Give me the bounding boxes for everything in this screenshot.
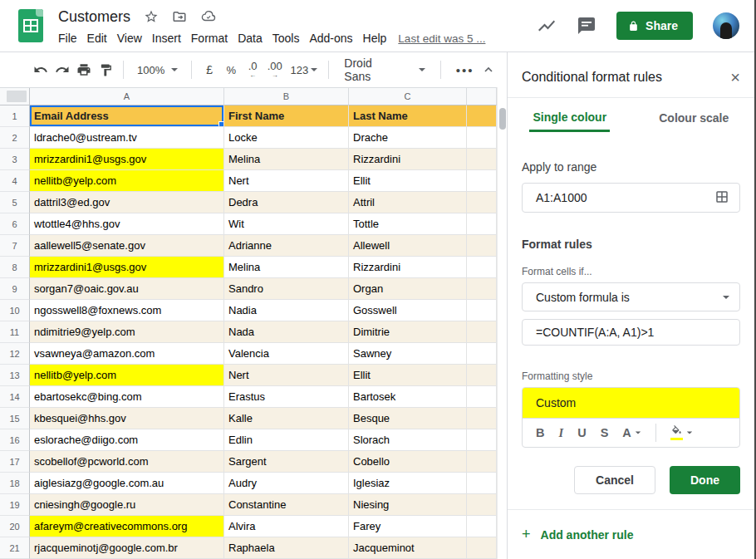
cell-B8[interactable]: Melina [224, 257, 349, 278]
cell-partial[interactable] [467, 494, 497, 516]
cell-partial[interactable] [467, 278, 497, 300]
row-number[interactable]: 16 [0, 429, 30, 451]
cloud-saved-icon[interactable] [200, 9, 217, 24]
cell-C1[interactable]: Last Name [349, 105, 467, 127]
row-number[interactable]: 21 [0, 537, 30, 559]
cell-partial[interactable] [467, 213, 497, 235]
row-number[interactable]: 14 [0, 386, 30, 408]
cell-A20[interactable]: afareym@creativecommons.org [30, 516, 224, 537]
cell-B14[interactable]: Erastus [224, 386, 349, 408]
account-avatar[interactable] [713, 12, 739, 39]
share-button[interactable]: Share [616, 12, 693, 40]
more-formats-button[interactable]: 123 [286, 58, 322, 81]
close-icon[interactable]: × [730, 71, 740, 83]
cell-A9[interactable]: sorgan7@oaic.gov.au [30, 278, 224, 300]
row-number[interactable]: 8 [0, 257, 30, 278]
cell-A7[interactable]: aallewell5@senate.gov [30, 235, 224, 257]
cell-C11[interactable]: Dimitrie [349, 321, 467, 343]
cell-C14[interactable]: Bartosek [349, 386, 467, 408]
sheets-logo-icon[interactable] [18, 9, 43, 42]
cell-C15[interactable]: Besque [349, 408, 467, 429]
add-another-rule-button[interactable]: + Add another rule [522, 526, 742, 543]
row-number[interactable]: 5 [0, 192, 30, 213]
underline-button[interactable]: U [577, 426, 586, 439]
cell-partial[interactable] [467, 192, 497, 213]
cell-A13[interactable]: nellitb@yelp.com [30, 365, 224, 386]
row-number[interactable]: 4 [0, 170, 30, 192]
row-number[interactable]: 13 [0, 365, 30, 386]
column-header-A[interactable]: A [30, 88, 224, 105]
undo-icon[interactable] [30, 58, 52, 81]
decrease-decimal-button[interactable]: .0← [242, 58, 263, 81]
cell-partial[interactable] [467, 127, 497, 149]
row-number[interactable]: 2 [0, 127, 30, 149]
column-header-C[interactable]: C [349, 88, 467, 105]
cell-partial[interactable] [467, 343, 497, 365]
cell-C18[interactable]: Iglesiaz [349, 473, 467, 494]
cell-C9[interactable]: Organ [349, 278, 467, 300]
cell-partial[interactable] [467, 429, 497, 451]
cell-partial[interactable] [467, 516, 497, 537]
cell-B1[interactable]: First Name [224, 105, 349, 127]
menu-file[interactable]: File [58, 30, 82, 47]
cell-A16[interactable]: eslorache@diigo.com [30, 429, 224, 451]
menu-add-ons[interactable]: Add-ons [304, 30, 357, 47]
cell-A14[interactable]: ebartosekc@bing.com [30, 386, 224, 408]
formula-input[interactable]: =COUNTIF(A:A, A1)>1 [522, 319, 740, 346]
last-edit-status[interactable]: Last edit was 5 ... [398, 32, 485, 45]
cell-C20[interactable]: Farey [349, 516, 467, 537]
cell-partial[interactable] [467, 149, 497, 170]
menu-edit[interactable]: Edit [82, 30, 112, 47]
cell-partial[interactable] [467, 365, 497, 386]
cell-A11[interactable]: ndimitrie9@yelp.com [30, 321, 224, 343]
row-number[interactable]: 6 [0, 213, 30, 235]
cell-partial[interactable] [467, 170, 497, 192]
zoom-control[interactable]: 100% [130, 64, 184, 76]
paint-format-icon[interactable] [95, 58, 116, 81]
column-header-partial[interactable] [467, 88, 497, 105]
row-number[interactable]: 15 [0, 408, 30, 429]
cell-partial[interactable] [467, 257, 497, 278]
cell-B4[interactable]: Nert [224, 170, 349, 192]
cell-C3[interactable]: Rizzardini [349, 149, 467, 170]
cell-A19[interactable]: cniesingh@google.ru [30, 494, 224, 516]
strikethrough-button[interactable]: S [601, 426, 609, 439]
cell-B21[interactable]: Raphaela [224, 537, 349, 559]
italic-button[interactable]: I [558, 426, 563, 440]
vertical-scrollbar[interactable] [497, 87, 507, 559]
cell-C12[interactable]: Sawney [349, 343, 467, 365]
collapse-toolbar-icon[interactable] [482, 63, 495, 76]
column-header-B[interactable]: B [224, 88, 349, 105]
cell-B15[interactable]: Kalle [224, 408, 349, 429]
cell-A21[interactable]: rjacqueminotj@google.com.br [30, 537, 224, 559]
cell-B13[interactable]: Nert [224, 365, 349, 386]
range-input[interactable]: A1:A1000 [522, 183, 740, 213]
format-percent-button[interactable]: % [220, 58, 242, 81]
row-number[interactable]: 17 [0, 451, 30, 473]
tab-single-colour[interactable]: Single colour [508, 98, 632, 139]
menu-tools[interactable]: Tools [268, 30, 305, 47]
cell-B2[interactable]: Locke [224, 127, 349, 149]
cell-partial[interactable] [467, 386, 497, 408]
text-color-button[interactable]: A [622, 426, 641, 439]
cell-A10[interactable]: ngosswell8@foxnews.com [30, 300, 224, 321]
cell-C13[interactable]: Ellit [349, 365, 467, 386]
cell-partial[interactable] [467, 451, 497, 473]
cell-B9[interactable]: Sandro [224, 278, 349, 300]
menu-data[interactable]: Data [233, 30, 268, 47]
row-number[interactable]: 1 [0, 105, 30, 127]
fill-handle[interactable] [218, 121, 224, 127]
cell-B5[interactable]: Dedra [224, 192, 349, 213]
more-tools-button[interactable]: ••• [448, 58, 482, 81]
done-button[interactable]: Done [670, 466, 740, 494]
cell-B7[interactable]: Adrianne [224, 235, 349, 257]
cell-C2[interactable]: Drache [349, 127, 467, 149]
redo-icon[interactable] [52, 58, 73, 81]
format-currency-button[interactable]: £ [199, 58, 220, 81]
cell-A3[interactable]: mrizzardini1@usgs.gov [30, 149, 224, 170]
cell-B19[interactable]: Constantine [224, 494, 349, 516]
row-number[interactable]: 11 [0, 321, 30, 343]
menu-insert[interactable]: Insert [147, 30, 186, 47]
cell-A17[interactable]: scobellof@pcworld.com [30, 451, 224, 473]
cell-C4[interactable]: Ellit [349, 170, 467, 192]
